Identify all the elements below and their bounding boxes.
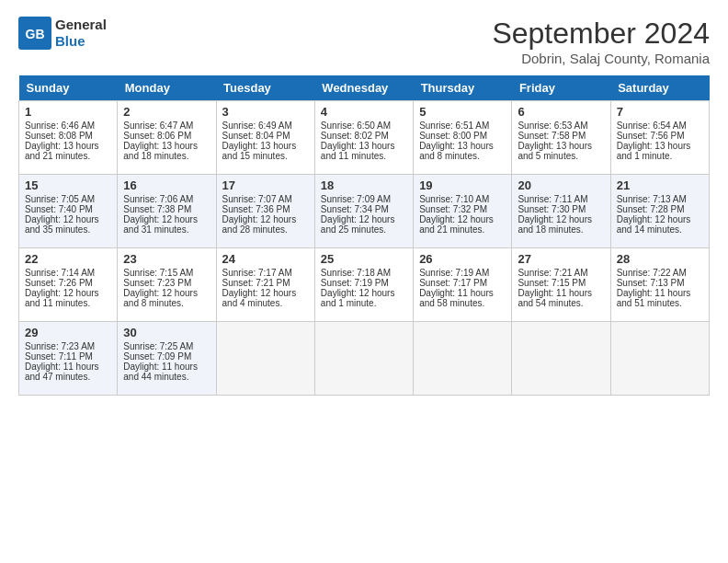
daylight-text: Daylight: 11 hours and 51 minutes.	[617, 288, 703, 308]
sunrise-text: Sunrise: 7:13 AM	[617, 194, 703, 204]
sunset-text: Sunset: 7:15 PM	[518, 278, 604, 288]
sunrise-text: Sunrise: 7:22 AM	[617, 268, 703, 278]
day-number: 25	[321, 252, 407, 266]
calendar-cell: 29Sunrise: 7:23 AMSunset: 7:11 PMDayligh…	[19, 322, 118, 396]
day-number: 30	[123, 326, 210, 339]
daylight-text: Daylight: 12 hours and 8 minutes.	[123, 288, 210, 308]
day-number: 3	[222, 105, 309, 119]
calendar-cell: 1Sunrise: 6:46 AMSunset: 8:08 PMDaylight…	[19, 101, 118, 175]
calendar-cell	[314, 322, 413, 396]
header-cell-wednesday: Wednesday	[314, 75, 413, 101]
sunrise-text: Sunrise: 6:49 AM	[222, 121, 309, 131]
daylight-text: Daylight: 13 hours and 8 minutes.	[419, 141, 506, 161]
calendar-cell: 6Sunrise: 6:53 AMSunset: 7:58 PMDaylight…	[512, 101, 610, 175]
header-cell-saturday: Saturday	[610, 75, 709, 101]
daylight-text: Daylight: 12 hours and 18 minutes.	[518, 214, 604, 235]
sunset-text: Sunset: 8:04 PM	[222, 131, 309, 141]
sunrise-text: Sunrise: 7:05 AM	[25, 194, 111, 204]
day-number: 19	[419, 178, 506, 192]
daylight-text: Daylight: 12 hours and 1 minute.	[321, 288, 407, 308]
daylight-text: Daylight: 11 hours and 44 minutes.	[123, 362, 210, 382]
daylight-text: Daylight: 13 hours and 5 minutes.	[518, 141, 604, 161]
calendar-cell	[512, 322, 610, 396]
sunrise-text: Sunrise: 6:53 AM	[518, 121, 604, 131]
header-cell-tuesday: Tuesday	[216, 75, 314, 101]
sunset-text: Sunset: 7:30 PM	[518, 204, 604, 214]
sunrise-text: Sunrise: 6:51 AM	[419, 121, 506, 131]
calendar-table: SundayMondayTuesdayWednesdayThursdayFrid…	[18, 75, 710, 396]
calendar-cell: 18Sunrise: 7:09 AMSunset: 7:34 PMDayligh…	[314, 175, 413, 248]
daylight-text: Daylight: 11 hours and 58 minutes.	[419, 288, 506, 308]
day-number: 23	[123, 252, 210, 266]
day-number: 6	[518, 105, 604, 119]
daylight-text: Daylight: 12 hours and 28 minutes.	[222, 214, 309, 235]
day-number: 17	[222, 178, 309, 192]
sunrise-text: Sunrise: 6:46 AM	[25, 121, 111, 131]
sunset-text: Sunset: 7:09 PM	[123, 351, 210, 362]
logo-general: General	[55, 17, 107, 33]
sunrise-text: Sunrise: 7:21 AM	[518, 268, 604, 278]
sunset-text: Sunset: 7:21 PM	[222, 278, 309, 288]
header-cell-sunday: Sunday	[19, 75, 118, 101]
sunset-text: Sunset: 7:38 PM	[123, 204, 210, 214]
daylight-text: Daylight: 11 hours and 47 minutes.	[25, 362, 111, 382]
day-number: 27	[518, 252, 604, 266]
sunrise-text: Sunrise: 6:50 AM	[321, 121, 407, 131]
week-row-1: 1Sunrise: 6:46 AMSunset: 8:08 PMDaylight…	[19, 101, 710, 175]
sunset-text: Sunset: 7:28 PM	[617, 204, 703, 214]
sunset-text: Sunset: 7:26 PM	[25, 278, 111, 288]
calendar-cell: 2Sunrise: 6:47 AMSunset: 8:06 PMDaylight…	[118, 101, 216, 175]
title-area: September 2024 Dobrin, Salaj County, Rom…	[492, 17, 710, 66]
calendar-cell: 22Sunrise: 7:14 AMSunset: 7:26 PMDayligh…	[19, 248, 118, 322]
sunset-text: Sunset: 7:19 PM	[321, 278, 407, 288]
week-row-3: 15Sunrise: 7:05 AMSunset: 7:40 PMDayligh…	[19, 175, 710, 248]
sunset-text: Sunset: 7:40 PM	[25, 204, 111, 214]
day-number: 22	[25, 252, 111, 266]
sunrise-text: Sunrise: 7:11 AM	[518, 194, 604, 204]
calendar-cell: 27Sunrise: 7:21 AMSunset: 7:15 PMDayligh…	[512, 248, 610, 322]
header-row: SundayMondayTuesdayWednesdayThursdayFrid…	[19, 75, 710, 101]
day-number: 15	[25, 178, 111, 192]
week-row-4: 22Sunrise: 7:14 AMSunset: 7:26 PMDayligh…	[19, 248, 710, 322]
sunrise-text: Sunrise: 7:25 AM	[123, 341, 210, 351]
sunset-text: Sunset: 7:58 PM	[518, 131, 604, 141]
sunset-text: Sunset: 7:11 PM	[25, 351, 111, 362]
daylight-text: Daylight: 12 hours and 14 minutes.	[617, 214, 703, 235]
daylight-text: Daylight: 11 hours and 54 minutes.	[518, 288, 604, 308]
calendar-cell: 15Sunrise: 7:05 AMSunset: 7:40 PMDayligh…	[19, 175, 118, 248]
calendar-cell	[414, 322, 512, 396]
calendar-cell: 5Sunrise: 6:51 AMSunset: 8:00 PMDaylight…	[414, 101, 512, 175]
day-number: 7	[617, 105, 703, 119]
sunrise-text: Sunrise: 7:15 AM	[123, 268, 210, 278]
sunrise-text: Sunrise: 7:10 AM	[419, 194, 506, 204]
calendar-cell: 19Sunrise: 7:10 AMSunset: 7:32 PMDayligh…	[414, 175, 512, 248]
sunrise-text: Sunrise: 7:09 AM	[321, 194, 407, 204]
sunset-text: Sunset: 8:00 PM	[419, 131, 506, 141]
header-cell-friday: Friday	[512, 75, 610, 101]
sunset-text: Sunset: 7:17 PM	[419, 278, 506, 288]
sunset-text: Sunset: 7:23 PM	[123, 278, 210, 288]
sunrise-text: Sunrise: 7:17 AM	[222, 268, 309, 278]
day-number: 24	[222, 252, 309, 266]
day-number: 2	[123, 105, 210, 119]
calendar-cell: 26Sunrise: 7:19 AMSunset: 7:17 PMDayligh…	[414, 248, 512, 322]
calendar-cell: 7Sunrise: 6:54 AMSunset: 7:56 PMDaylight…	[610, 101, 709, 175]
calendar-cell: 4Sunrise: 6:50 AMSunset: 8:02 PMDaylight…	[314, 101, 413, 175]
day-number: 20	[518, 178, 604, 192]
sunset-text: Sunset: 7:13 PM	[617, 278, 703, 288]
calendar-cell	[610, 322, 709, 396]
sunset-text: Sunset: 7:34 PM	[321, 204, 407, 214]
daylight-text: Daylight: 12 hours and 4 minutes.	[222, 288, 309, 308]
logo-text: General Blue	[55, 17, 107, 50]
sunrise-text: Sunrise: 6:47 AM	[123, 121, 210, 131]
header: GB General Blue September 2024 Dobrin, S…	[18, 17, 710, 66]
daylight-text: Daylight: 12 hours and 11 minutes.	[25, 288, 111, 308]
logo: GB General Blue	[18, 17, 107, 50]
daylight-text: Daylight: 12 hours and 21 minutes.	[419, 214, 506, 235]
sunset-text: Sunset: 7:36 PM	[222, 204, 309, 214]
sunrise-text: Sunrise: 7:19 AM	[419, 268, 506, 278]
day-number: 16	[123, 178, 210, 192]
day-number: 5	[419, 105, 506, 119]
day-number: 4	[321, 105, 407, 119]
calendar-cell: 21Sunrise: 7:13 AMSunset: 7:28 PMDayligh…	[610, 175, 709, 248]
